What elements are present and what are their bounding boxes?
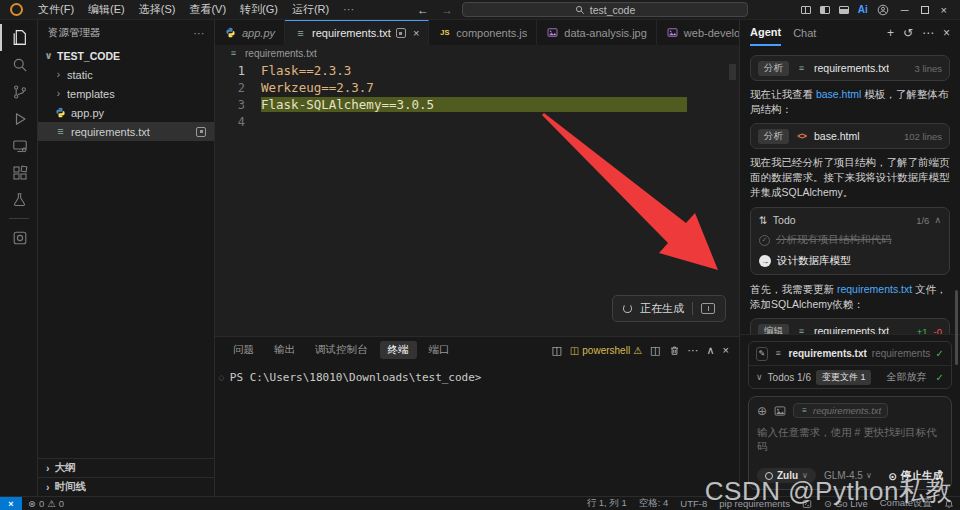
titlebar-actions: Ai ─ × xyxy=(801,4,956,16)
toggle-sidebar-icon[interactable] xyxy=(820,6,830,14)
source-control-icon[interactable] xyxy=(0,78,38,105)
breadcrumb[interactable]: ≡ requirements.txt xyxy=(215,45,739,62)
menu-view[interactable]: 查看(V) xyxy=(182,2,233,17)
remote-indicator[interactable]: × xyxy=(0,497,22,510)
context-file-chip[interactable]: ≡ requirements.txt xyxy=(793,403,888,418)
stop-icon[interactable] xyxy=(701,303,715,314)
tab-terminal[interactable]: 终端 xyxy=(380,341,417,359)
panel-more-icon[interactable]: ⋯ xyxy=(688,344,699,357)
extensions-icon[interactable] xyxy=(0,159,38,186)
account-icon[interactable] xyxy=(877,4,889,16)
tab-debug-console[interactable]: 调试控制台 xyxy=(307,341,376,359)
menu-selection[interactable]: 选择(S) xyxy=(132,2,183,17)
accept-all-icon[interactable]: ✓ xyxy=(936,372,944,383)
agent-scrollbar[interactable] xyxy=(955,290,958,365)
html-icon: <> xyxy=(795,131,808,141)
launch-profile-icon[interactable]: ◫ xyxy=(551,344,561,357)
tab-problems[interactable]: 问题 xyxy=(225,341,262,359)
agent-conversation[interactable]: 分析 ≡ requirements.txt 3 lines 现在让我查看 bas… xyxy=(740,46,960,334)
tree-item-templates[interactable]: › templates xyxy=(38,84,214,103)
add-context-icon[interactable]: ⊕ xyxy=(757,404,767,418)
editor-layout-icon[interactable] xyxy=(196,127,206,137)
tab-data-analysis-jpg[interactable]: data-analysis.jpg xyxy=(537,20,657,45)
input-toolbar: ⊕ ≡ requirements.txt xyxy=(757,403,943,418)
chat-input-placeholder[interactable]: 输入任意需求，使用 # 更快找到目标代码 xyxy=(757,426,943,454)
indentation[interactable]: 空格: 4 xyxy=(633,497,675,510)
search-activity-icon[interactable] xyxy=(0,51,38,78)
changed-file-row[interactable]: ✎ ≡ requirements.txt requirements.txt ✓ xyxy=(749,342,951,365)
file-link[interactable]: base.html xyxy=(816,88,862,100)
history-icon[interactable]: ↺ xyxy=(903,26,913,40)
tree-item-static[interactable]: › static xyxy=(38,65,214,84)
minimize-button[interactable]: ─ xyxy=(898,4,912,16)
close-agent-icon[interactable]: × xyxy=(943,26,950,40)
discard-all-button[interactable]: 全部放弃 xyxy=(887,370,927,384)
tab-chat[interactable]: Chat xyxy=(793,20,816,46)
split-terminal-icon[interactable]: ◫ xyxy=(650,344,660,357)
todo-header[interactable]: ⇅ Todo 1/6 ∧ xyxy=(759,214,941,226)
toggle-panel-icon[interactable] xyxy=(839,6,849,14)
menu-edit[interactable]: 编辑(E) xyxy=(81,2,132,17)
todo-item-label: 设计数据库模型 xyxy=(777,254,851,268)
code-editor[interactable]: 1 Flask==2.3.3 2 Werkzeug==2.3.7 3 Flask… xyxy=(215,62,739,336)
sidebar-spacer xyxy=(38,141,214,458)
tab-components-js[interactable]: JS components.js xyxy=(429,20,537,45)
explorer-more-icon[interactable]: ⋯ xyxy=(194,27,205,39)
restore-button[interactable] xyxy=(921,6,929,14)
tree-item-app-py[interactable]: app.py xyxy=(38,103,214,122)
remote-explorer-icon[interactable] xyxy=(0,132,38,159)
screenshot-tool-icon[interactable] xyxy=(0,224,38,251)
todo-card[interactable]: ⇅ Todo 1/6 ∧ ✓ 分析现有项目结构和代码 → 设计数据库模型 xyxy=(750,207,950,275)
tree-root-test-code[interactable]: ∨ TEST_CODE xyxy=(38,46,214,65)
workbench: 资源管理器 ⋯ ∨ TEST_CODE › static › templates… xyxy=(0,20,960,496)
tab-app-py[interactable]: app.py xyxy=(215,20,285,45)
tab-output[interactable]: 输出 xyxy=(266,341,303,359)
terminal-instance[interactable]: ◫ powershell ⚠ xyxy=(570,345,642,356)
collapse-icon[interactable]: ∧ xyxy=(934,215,941,225)
tab-requirements-txt[interactable]: ≡ requirements.txt × xyxy=(285,20,429,45)
attach-image-icon[interactable] xyxy=(774,405,786,417)
tree-item-requirements-txt[interactable]: ≡ requirements.txt xyxy=(38,122,214,141)
close-tab-icon[interactable]: × xyxy=(413,27,419,39)
analysis-card-base-html[interactable]: 分析 <> base.html 102 lines xyxy=(750,123,950,149)
test-beaker-icon[interactable] xyxy=(0,186,38,213)
menu-go[interactable]: 转到(G) xyxy=(233,2,285,17)
analysis-card-requirements[interactable]: 分析 ≡ requirements.txt 3 lines xyxy=(750,55,950,81)
tab-agent[interactable]: Agent xyxy=(750,20,781,46)
pencil-icon[interactable]: ✎ xyxy=(756,347,768,361)
menu-file[interactable]: 文件(F) xyxy=(31,2,81,17)
terminal-content[interactable]: ○ PS C:\Users\18010\Downloads\test_code> xyxy=(215,363,739,496)
maximize-panel-icon[interactable]: ∧ xyxy=(707,344,715,357)
tab-ports[interactable]: 端口 xyxy=(421,341,458,359)
generating-pill[interactable]: 正在生成 xyxy=(612,295,726,322)
close-window-button[interactable]: × xyxy=(938,4,950,16)
command-center-search[interactable]: test_code xyxy=(462,2,748,17)
agent-more-icon[interactable]: ⋯ xyxy=(922,26,934,40)
agent-message: 现在我已经分析了项目结构，了解了前端页面的数据需求。接下来我将设计数据库模型并集… xyxy=(750,155,950,200)
todos-summary-row[interactable]: ∨ Todos 1/6 变更文件 1 全部放弃 ✓ xyxy=(749,365,951,388)
menu-more-icon[interactable]: ⋯ xyxy=(336,3,361,16)
ai-button[interactable]: Ai xyxy=(858,4,868,15)
analysis-badge: 分析 xyxy=(758,61,789,76)
customize-layout-icon[interactable] xyxy=(801,6,811,14)
todo-count: 1/6 xyxy=(916,215,929,226)
close-panel-icon[interactable]: × xyxy=(723,344,729,356)
outline-section[interactable]: › 大纲 xyxy=(38,458,214,477)
explorer-icon[interactable] xyxy=(0,24,38,51)
problems-status[interactable]: ⊗ 0 ⚠ 0 xyxy=(22,498,70,509)
timeline-section[interactable]: › 时间线 xyxy=(38,477,214,496)
forward-icon[interactable]: → xyxy=(438,3,456,17)
run-debug-icon[interactable] xyxy=(0,105,38,132)
editor-scrollbar[interactable] xyxy=(729,64,736,80)
cursor-position[interactable]: 行 1, 列 1 xyxy=(581,497,633,510)
back-icon[interactable]: ← xyxy=(414,3,432,17)
file-status-icon[interactable] xyxy=(396,28,406,38)
new-chat-icon[interactable]: + xyxy=(887,26,894,40)
todos-count-label: Todos 1/6 xyxy=(768,372,811,383)
menu-run[interactable]: 运行(R) xyxy=(285,2,336,17)
file-link[interactable]: requirements.txt xyxy=(837,283,912,295)
edit-card-requirements[interactable]: 编辑 ≡ requirements.txt +1 -0 xyxy=(750,318,950,334)
chevron-down-icon[interactable]: ∨ xyxy=(756,372,763,382)
kill-terminal-icon[interactable] xyxy=(669,345,680,356)
code-line-added: 3 Flask-SQLAlchemy==3.0.5 xyxy=(215,96,739,113)
